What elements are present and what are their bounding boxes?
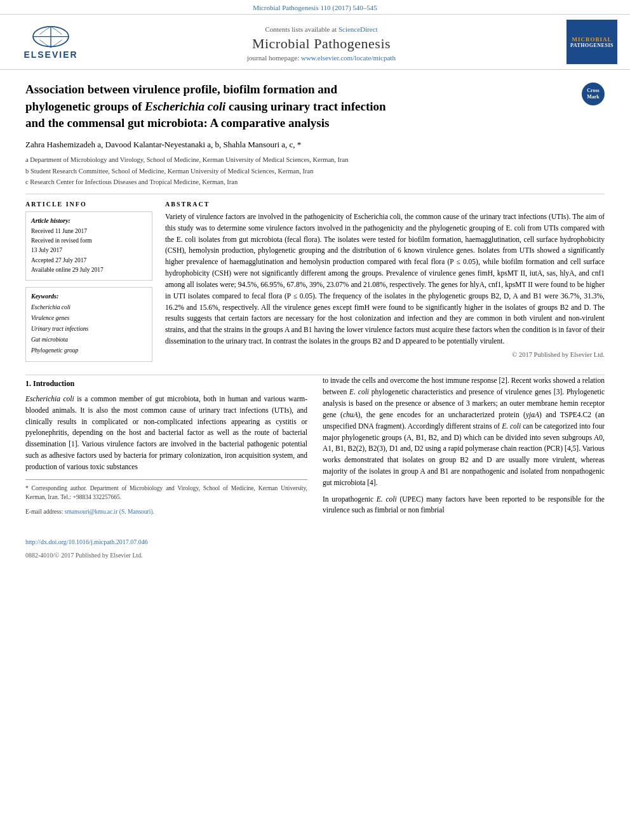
keyword-4: Gut microbiota: [31, 335, 147, 345]
keywords-list: Escherichia coli Virulence genes Urinary…: [31, 302, 147, 356]
sciencedirect-link[interactable]: ScienceDirect: [338, 25, 378, 33]
journal-header-center: Contents lists available at ScienceDirec…: [89, 23, 554, 62]
received-date: Received 11 June 2017: [31, 227, 147, 236]
affiliation-a: a Department of Microbiology and Virolog…: [25, 155, 605, 165]
keyword-3: Urinary tract infections: [31, 324, 147, 335]
journal-logo-area: MICROBIAL PATHOGENESIS: [554, 20, 617, 64]
logo-bottom-text: PATHOGENESIS: [570, 43, 613, 48]
article-info-abstract-section: ARTICLE INFO Article history: Received 1…: [25, 201, 605, 362]
affiliation-b: b Student Research Committee, School of …: [25, 166, 605, 177]
authors-line: Zahra Hashemizadeh a, Davood Kalantar-Ne…: [25, 140, 605, 150]
journal-title: Microbial Pathogenesis: [89, 36, 554, 52]
article-title-text: Association between virulence profile, b…: [25, 81, 605, 132]
journal-citation: Microbial Pathogenesis 110 (2017) 540–54…: [0, 0, 630, 14]
footnote-area: * Corresponding author. Department of Mi…: [25, 479, 307, 517]
article-info-heading: ARTICLE INFO: [25, 201, 152, 208]
divider-1: [25, 194, 605, 194]
intro-para3: In uropathogenic E. coli (UPEC) many fac…: [323, 494, 605, 517]
journal-homepage: journal homepage: www.elsevier.com/locat…: [89, 54, 554, 62]
abstract-column: ABSTRACT Variety of virulence factors ar…: [165, 201, 605, 362]
article-title: CrossMark Association between virulence …: [25, 81, 605, 132]
keyword-2: Virulence genes: [31, 313, 147, 324]
abstract-heading: ABSTRACT: [165, 201, 605, 208]
online-date: Available online 29 July 2017: [31, 265, 147, 275]
contents-line: Contents lists available at ScienceDirec…: [89, 23, 554, 36]
body-left-column: 1. Introduction Escherichia coli is a co…: [25, 375, 307, 521]
main-body: 1. Introduction Escherichia coli is a co…: [0, 375, 630, 534]
elsevier-logo-area: ELSEVIER: [13, 24, 89, 60]
footnote-email: E-mail address: smansouri@kmu.ac.ir (S. …: [25, 507, 307, 517]
crossmark-badge: CrossMark: [582, 83, 605, 105]
keywords-box: Keywords: Escherichia coli Virulence gen…: [25, 287, 152, 362]
revised-label: Received in revised form: [31, 236, 147, 246]
copyright-line: © 2017 Published by Elsevier Ltd.: [165, 351, 605, 358]
article-content: CrossMark Association between virulence …: [0, 70, 630, 375]
history-label: Article history:: [31, 217, 147, 224]
article-info-column: ARTICLE INFO Article history: Received 1…: [25, 201, 152, 362]
accepted-date: Accepted 27 July 2017: [31, 256, 147, 265]
affiliations: a Department of Microbiology and Virolog…: [25, 155, 605, 187]
article-history-box: Article history: Received 11 June 2017 R…: [25, 211, 152, 281]
keyword-1: Escherichia coli: [31, 302, 147, 313]
journal-logo-box: MICROBIAL PATHOGENESIS: [566, 20, 617, 64]
elsevier-tree-icon: [29, 24, 73, 50]
intro-heading: 1. Introduction: [25, 378, 307, 390]
revised-date: 13 July 2017: [31, 246, 147, 255]
keyword-5: Phylogenetic group: [31, 345, 147, 356]
elsevier-label: ELSEVIER: [23, 50, 77, 60]
intro-para1: Escherichia coli is a common member of g…: [25, 394, 307, 473]
footnote-email-link[interactable]: smansouri@kmu.ac.ir (S. Mansouri).: [65, 509, 154, 515]
intro-para2: to invade the cells and overcome the hos…: [323, 375, 605, 488]
logo-top-text: MICROBIAL: [572, 36, 612, 43]
doi-link[interactable]: http://dx.doi.org/10.1016/j.micpath.2017…: [25, 538, 148, 545]
affiliation-c: c Research Center for Infectious Disease…: [25, 177, 605, 187]
crossmark-icon: CrossMark: [582, 83, 605, 105]
journal-header: ELSEVIER Contents lists available at Sci…: [0, 14, 630, 70]
homepage-url[interactable]: www.elsevier.com/locate/micpath: [301, 54, 396, 62]
footer-copyright: 0882-4010/© 2017 Published by Elsevier L…: [0, 552, 630, 559]
article-dates: Received 11 June 2017 Received in revise…: [31, 227, 147, 275]
footer-doi: http://dx.doi.org/10.1016/j.micpath.2017…: [0, 535, 630, 552]
keywords-label: Keywords:: [31, 293, 147, 300]
footnote-text: * Corresponding author. Department of Mi…: [25, 484, 307, 502]
body-columns: 1. Introduction Escherichia coli is a co…: [25, 375, 605, 521]
abstract-text: Variety of virulence factors are involve…: [165, 211, 605, 347]
body-right-column: to invade the cells and overcome the hos…: [323, 375, 605, 521]
